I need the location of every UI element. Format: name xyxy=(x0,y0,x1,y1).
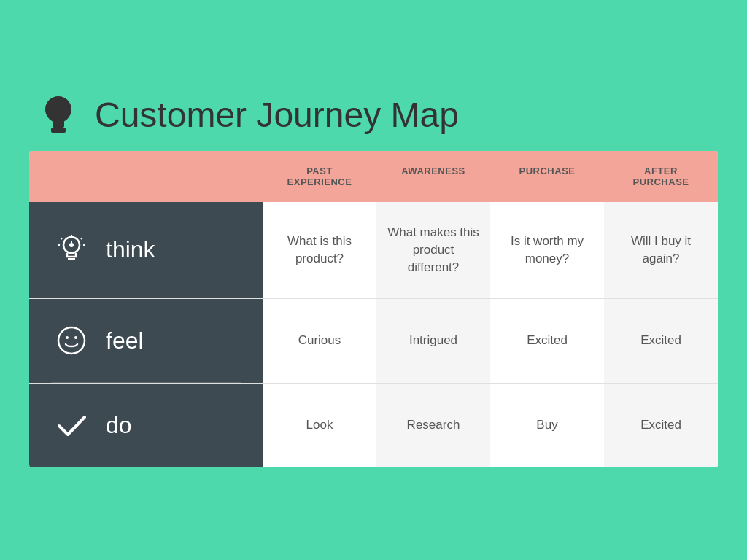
col-purchase: PURCHASE xyxy=(490,151,604,202)
checkmark-icon xyxy=(51,405,91,446)
journey-map-table: PASTEXPERIENCE AWARENESS PURCHASE AFTERP… xyxy=(29,151,718,467)
table-row: do Look Research Buy Excited xyxy=(29,383,718,467)
svg-rect-0 xyxy=(51,128,66,133)
do-past: Look xyxy=(263,384,376,467)
svg-line-6 xyxy=(81,238,82,239)
page-title: Customer Journey Map xyxy=(95,95,459,135)
do-label: do xyxy=(29,384,263,467)
lightbulb-icon xyxy=(51,230,91,270)
feel-awareness: Intrigued xyxy=(376,299,490,383)
col-empty xyxy=(29,151,263,202)
svg-point-9 xyxy=(69,243,74,247)
smiley-icon xyxy=(51,321,91,361)
col-awareness: AWARENESS xyxy=(376,151,490,202)
do-text: do xyxy=(106,412,132,439)
header: Customer Journey Map xyxy=(29,93,718,136)
think-after: Will I buy it again? xyxy=(604,202,718,298)
think-past: What is this product? xyxy=(263,202,376,298)
think-text: think xyxy=(106,236,155,263)
do-after: Excited xyxy=(604,384,718,467)
feel-text: feel xyxy=(106,327,144,354)
svg-line-5 xyxy=(61,238,62,239)
do-purchase: Buy xyxy=(490,384,604,467)
table-row: think What is this product? What makes t… xyxy=(29,202,718,298)
feel-label: feel xyxy=(29,299,263,383)
col-past-experience: PASTEXPERIENCE xyxy=(263,151,376,202)
head-icon xyxy=(36,93,80,136)
think-awareness: What makes this product different? xyxy=(376,202,490,298)
svg-point-12 xyxy=(66,336,69,339)
table-header: PASTEXPERIENCE AWARENESS PURCHASE AFTERP… xyxy=(29,151,718,202)
feel-past: Curious xyxy=(263,299,376,383)
svg-point-11 xyxy=(58,327,85,354)
do-awareness: Research xyxy=(376,384,490,467)
feel-purchase: Excited xyxy=(490,299,604,383)
think-purchase: Is it worth my money? xyxy=(490,202,604,298)
feel-after: Excited xyxy=(604,299,718,383)
think-label: think xyxy=(29,202,263,298)
svg-point-13 xyxy=(74,336,77,339)
col-after-purchase: AFTERPURCHASE xyxy=(604,151,718,202)
table-body: think What is this product? What makes t… xyxy=(29,202,718,467)
page-wrapper: Customer Journey Map PASTEXPERIENCE AWAR… xyxy=(0,0,747,560)
table-row: feel Curious Intrigued Excited Excited xyxy=(29,298,718,383)
